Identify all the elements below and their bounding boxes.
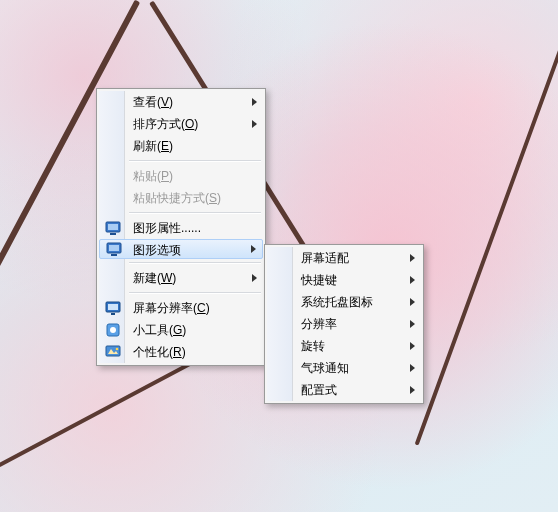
submenu-item-profiles[interactable]: 配置式: [267, 379, 421, 401]
gadgets-icon: [105, 322, 121, 338]
svg-point-13: [116, 348, 119, 351]
desktop-wallpaper[interactable]: 查看(V) 排序方式(O) 刷新(E) 粘贴(P) 粘贴快捷方式(S): [0, 0, 558, 512]
menu-separator: [129, 160, 261, 162]
menu-item-sort[interactable]: 排序方式(O): [99, 113, 263, 135]
submenu-arrow-icon: [410, 342, 415, 350]
display-icon: [105, 220, 121, 236]
menu-separator: [129, 292, 261, 294]
menu-separator: [129, 262, 261, 264]
menu-item-paste: 粘贴(P): [99, 165, 263, 187]
submenu-item-tray-icon[interactable]: 系统托盘图标: [267, 291, 421, 313]
submenu-arrow-icon: [410, 298, 415, 306]
submenu-arrow-icon: [410, 364, 415, 372]
submenu-arrow-icon: [252, 120, 257, 128]
desktop-context-menu: 查看(V) 排序方式(O) 刷新(E) 粘贴(P) 粘贴快捷方式(S): [96, 88, 266, 366]
menu-item-gadgets[interactable]: 小工具(G): [99, 319, 263, 341]
submenu-item-screen-fit[interactable]: 屏幕适配: [267, 247, 421, 269]
submenu-arrow-icon: [251, 245, 256, 253]
svg-point-10: [110, 327, 116, 333]
submenu-item-balloon-notify[interactable]: 气球通知: [267, 357, 421, 379]
submenu-arrow-icon: [252, 98, 257, 106]
svg-rect-4: [109, 245, 119, 251]
svg-rect-2: [110, 233, 116, 235]
menu-item-new[interactable]: 新建(W): [99, 267, 263, 289]
menu-separator: [129, 212, 261, 214]
svg-rect-5: [111, 254, 117, 256]
submenu-arrow-icon: [410, 276, 415, 284]
menu-item-graphics-options[interactable]: 图形选项: [99, 239, 263, 259]
decoration-branch: [415, 0, 558, 446]
menu-item-graphics-properties[interactable]: 图形属性......: [99, 217, 263, 239]
svg-rect-11: [106, 346, 120, 356]
menu-item-screen-resolution[interactable]: 屏幕分辨率(C): [99, 297, 263, 319]
menu-item-view[interactable]: 查看(V): [99, 91, 263, 113]
submenu-item-resolution[interactable]: 分辨率: [267, 313, 421, 335]
svg-rect-8: [111, 313, 115, 315]
submenu-arrow-icon: [410, 386, 415, 394]
resolution-icon: [105, 300, 121, 316]
submenu-arrow-icon: [410, 320, 415, 328]
personalize-icon: [105, 344, 121, 360]
submenu-item-hotkeys[interactable]: 快捷键: [267, 269, 421, 291]
submenu-item-rotation[interactable]: 旋转: [267, 335, 421, 357]
svg-rect-1: [108, 224, 118, 230]
display-icon: [106, 241, 122, 257]
graphics-options-submenu: 屏幕适配 快捷键 系统托盘图标 分辨率 旋转 气球通知: [264, 244, 424, 404]
menu-item-personalize[interactable]: 个性化(R): [99, 341, 263, 363]
submenu-arrow-icon: [410, 254, 415, 262]
menu-item-paste-shortcut: 粘贴快捷方式(S): [99, 187, 263, 209]
svg-rect-7: [108, 304, 118, 310]
menu-item-refresh[interactable]: 刷新(E): [99, 135, 263, 157]
submenu-arrow-icon: [252, 274, 257, 282]
